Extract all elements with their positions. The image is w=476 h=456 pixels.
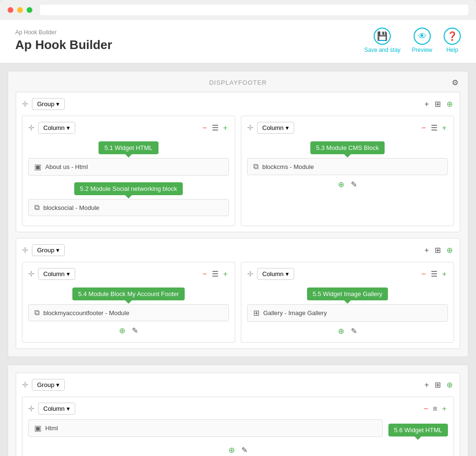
col-3-action-add[interactable]: ⊕	[118, 325, 127, 336]
col-2-list-button[interactable]: ☰	[429, 122, 439, 133]
widget-item-blockcms-label: blockcms - Module	[262, 163, 314, 170]
traffic-light-green[interactable]	[27, 7, 32, 13]
group-2-grid-button[interactable]: ⊞	[433, 245, 442, 256]
section-title-displayfooter: DISPLAYFOOTER	[209, 79, 267, 86]
col-4-actions: ⊕ ✎	[247, 326, 448, 337]
col-3-controls: − ☰ +	[201, 268, 229, 279]
col-5-controls: − ≡ +	[422, 404, 448, 414]
col-2-type-dropdown[interactable]: Column ▾	[257, 122, 294, 134]
col-3-action-edit[interactable]: ✎	[130, 325, 139, 336]
traffic-light-red[interactable]	[8, 7, 13, 13]
col-4-list-button[interactable]: ☰	[429, 268, 439, 279]
group-2-add-button[interactable]: +	[423, 245, 430, 256]
group-1-grid-button[interactable]: ⊞	[433, 99, 442, 109]
col-5-header-left: ✛ Column ▾	[28, 403, 75, 415]
col-2-action-edit[interactable]: ✎	[349, 179, 358, 190]
module-icon-2: ⧉	[253, 162, 258, 171]
col-3-drag-handle[interactable]: ✛	[28, 269, 34, 278]
window-chrome	[0, 0, 476, 20]
widget-item-html-label: Html	[45, 425, 58, 432]
col-5-action-edit[interactable]: ✎	[240, 445, 249, 456]
col-3-add-button[interactable]: +	[222, 269, 229, 279]
section-header-displayfooter: DISPLAYFOOTER ⚙	[16, 79, 460, 86]
column-2-header: ✛ Column ▾ − ☰ +	[247, 122, 448, 134]
col-1-add-button[interactable]: +	[222, 123, 229, 133]
widget-item-blockmyaccount: ⧉ blockmyaccountfooter - Module	[28, 304, 229, 321]
col-1-controls: − ☰ +	[201, 122, 229, 133]
col-5-type-label: Column	[43, 405, 65, 412]
group-3-type-dropdown[interactable]: Group ▾	[32, 379, 65, 391]
col-5-tooltip-wrapper: 5.6 Widget HTML	[388, 424, 448, 436]
col-4-action-edit[interactable]: ✎	[349, 326, 358, 337]
col-4-action-add[interactable]: ⊕	[337, 326, 346, 337]
col-1-remove-button[interactable]: −	[201, 123, 208, 133]
group-2-drag-handle[interactable]: ✛	[22, 246, 28, 255]
group-1-drag-handle[interactable]: ✛	[22, 99, 28, 109]
section-settings-button[interactable]: ⚙	[450, 77, 460, 88]
col-1-header-left: ✛ Column ▾	[28, 122, 75, 134]
html-icon-1: ▣	[34, 162, 41, 171]
col-4-tooltip: 5.5 Widget Image Gallery	[307, 287, 388, 300]
col-1-type-dropdown[interactable]: Column ▾	[38, 122, 75, 134]
column-1-card: ✛ Column ▾ − ☰ +	[22, 116, 235, 226]
help-button[interactable]: ❓ Help	[444, 28, 461, 53]
group-1-confirm-button[interactable]: ⊕	[445, 99, 454, 109]
col-4-remove-button[interactable]: −	[420, 269, 427, 279]
column-5-header: ✛ Column ▾ − ≡ +	[28, 403, 448, 415]
col-1-list-button[interactable]: ☰	[210, 122, 220, 133]
group-2-confirm-button[interactable]: ⊕	[445, 245, 454, 256]
eye-icon: 👁	[414, 28, 431, 45]
column-4-header: ✛ Column ▾ − ☰ +	[247, 268, 448, 280]
columns-grid-1: ✛ Column ▾ − ☰ +	[22, 116, 454, 226]
col-5-add-button[interactable]: +	[441, 404, 448, 414]
group-2-right: + ⊞ ⊕	[423, 245, 454, 256]
col-2-drag-handle[interactable]: ✛	[247, 123, 253, 132]
group-3-add-button[interactable]: +	[423, 380, 430, 390]
col-3-list-button[interactable]: ☰	[210, 268, 220, 279]
col-3-type-dropdown[interactable]: Column ▾	[38, 268, 75, 280]
col-5-type-dropdown[interactable]: Column ▾	[38, 403, 75, 415]
html-icon-2: ▣	[34, 424, 41, 433]
group-1-type-label: Group	[37, 100, 54, 108]
group-2-container: ✛ Group ▾ + ⊞ ⊕ ✛	[16, 238, 460, 349]
col-3-remove-button[interactable]: −	[201, 269, 208, 279]
col-3-tooltip: 5.4 Module Block My Account Footer	[72, 287, 185, 300]
col-4-add-button[interactable]: +	[441, 269, 448, 279]
group-1-add-button[interactable]: +	[423, 99, 430, 109]
group-1-type-dropdown[interactable]: Group ▾	[32, 98, 65, 110]
col-2-type-label: Column	[262, 124, 284, 131]
preview-button[interactable]: 👁 Preview	[412, 28, 432, 53]
group-2-dropdown-arrow: ▾	[56, 247, 60, 254]
col-2-tooltip: 5.3 Module CMS Block	[310, 141, 385, 154]
col-2-remove-button[interactable]: −	[420, 123, 427, 133]
col-2-actions: ⊕ ✎	[247, 179, 448, 190]
col-2-action-add[interactable]: ⊕	[337, 179, 346, 190]
col-1-tooltip-wrapper: 5.1 Widget HTML	[28, 139, 229, 156]
col-5-drag-handle[interactable]: ✛	[28, 404, 34, 413]
col-5-remove-button[interactable]: −	[422, 404, 429, 414]
column-2-card: ✛ Column ▾ − ☰ +	[241, 116, 454, 226]
group-1-dropdown-arrow: ▾	[56, 100, 60, 108]
col-1-type-label: Column	[43, 124, 65, 131]
group-1-right: + ⊞ ⊕	[423, 99, 454, 109]
group-3-grid-button[interactable]: ⊞	[433, 379, 442, 390]
group-3-drag-handle[interactable]: ✛	[22, 380, 28, 389]
col-4-type-dropdown[interactable]: Column ▾	[257, 268, 294, 280]
group-2-type-dropdown[interactable]: Group ▾	[32, 244, 65, 256]
group-3-container: ✛ Group ▾ + ⊞ ⊕ ✛	[16, 373, 460, 456]
col-4-drag-handle[interactable]: ✛	[247, 269, 253, 278]
section-top-controls: ⚙	[450, 77, 460, 88]
save-and-stay-button[interactable]: 💾 Save and stay	[364, 28, 400, 53]
address-bar[interactable]	[40, 5, 468, 15]
save-icon: 💾	[374, 28, 391, 45]
col-5-list-button[interactable]: ≡	[431, 404, 438, 414]
col-4-header-left: ✛ Column ▾	[247, 268, 294, 280]
col-5-actions: ⊕ ✎	[28, 445, 448, 456]
columns-grid-2: ✛ Column ▾ − ☰ +	[22, 262, 454, 343]
group-3-confirm-button[interactable]: ⊕	[445, 379, 454, 390]
group-1-container: ✛ Group ▾ + ⊞ ⊕ ✛	[16, 92, 460, 232]
col-1-drag-handle[interactable]: ✛	[28, 123, 34, 132]
col-2-add-button[interactable]: +	[441, 123, 448, 133]
traffic-light-yellow[interactable]	[17, 7, 23, 13]
col-5-action-add[interactable]: ⊕	[227, 445, 236, 456]
